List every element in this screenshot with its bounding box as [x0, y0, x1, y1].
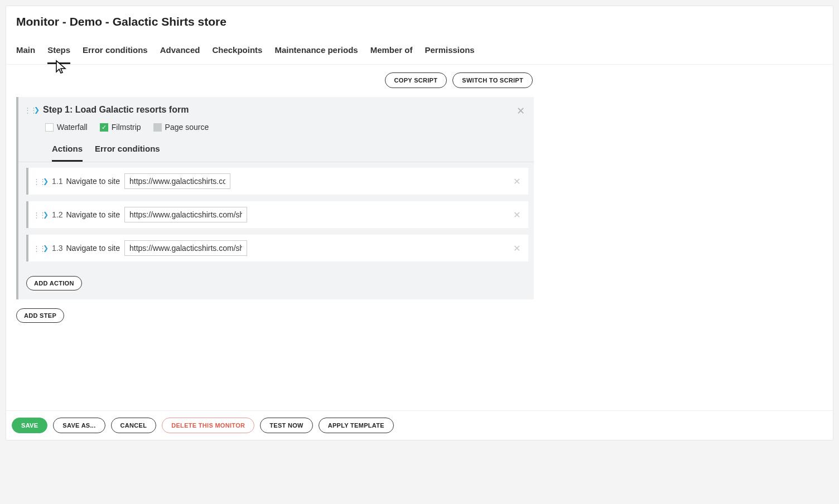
drag-handle-icon[interactable]: ⋮⋮	[33, 245, 40, 252]
url-input[interactable]	[124, 173, 230, 189]
add-action-wrap: ADD ACTION	[18, 276, 534, 299]
tab-maintenance-periods[interactable]: Maintenance periods	[274, 38, 358, 64]
main-tabs: Main Steps Error conditions Advanced Che…	[6, 38, 833, 65]
tab-advanced[interactable]: Advanced	[160, 38, 200, 64]
tab-checkpoints[interactable]: Checkpoints	[212, 38, 262, 64]
action-number: 1.2	[52, 210, 62, 219]
checkbox-checked-icon: ✓	[100, 123, 108, 132]
footer: SAVE SAVE AS... CANCEL DELETE THIS MONIT…	[6, 410, 833, 440]
switch-to-script-button[interactable]: SWITCH TO SCRIPT	[452, 72, 533, 88]
drag-handle-icon[interactable]: ⋮⋮	[33, 178, 40, 185]
content-area: COPY SCRIPT SWITCH TO SCRIPT ⋮⋮ ❯ Step 1…	[6, 65, 833, 334]
close-step-icon[interactable]: ✕	[517, 105, 525, 117]
top-buttons: COPY SCRIPT SWITCH TO SCRIPT	[16, 72, 823, 88]
drag-handle-icon[interactable]: ⋮⋮	[33, 211, 40, 219]
tab-error-conditions[interactable]: Error conditions	[83, 38, 148, 64]
page-source-label: Page source	[165, 123, 209, 132]
save-as-button[interactable]: SAVE AS...	[53, 418, 105, 433]
close-action-icon[interactable]: ✕	[513, 243, 520, 254]
action-label: Navigate to site	[66, 244, 120, 253]
waterfall-checkbox[interactable]: Waterfall	[45, 123, 88, 132]
tab-member-of[interactable]: Member of	[370, 38, 413, 64]
checkbox-icon	[153, 123, 162, 132]
delete-monitor-button[interactable]: DELETE THIS MONITOR	[162, 418, 254, 433]
page-source-checkbox[interactable]: Page source	[153, 123, 209, 132]
action-label: Navigate to site	[66, 210, 120, 219]
close-action-icon[interactable]: ✕	[513, 210, 520, 220]
test-now-button[interactable]: TEST NOW	[260, 418, 312, 433]
waterfall-label: Waterfall	[57, 123, 88, 132]
action-row: ⋮⋮ ❯ 1.1 Navigate to site ✕	[26, 168, 528, 195]
step-title: Step 1: Load Galactic resorts form	[43, 105, 189, 115]
action-number: 1.1	[52, 177, 62, 186]
cancel-button[interactable]: CANCEL	[111, 418, 157, 433]
step-sub-tabs: Actions Error conditions	[18, 138, 534, 162]
add-step-button[interactable]: ADD STEP	[16, 308, 64, 323]
url-input[interactable]	[124, 207, 247, 222]
drag-handle-icon[interactable]: ⋮⋮	[24, 106, 31, 114]
action-number: 1.3	[52, 244, 62, 253]
chevron-right-icon[interactable]: ❯	[34, 106, 40, 114]
copy-script-button[interactable]: COPY SCRIPT	[385, 72, 447, 88]
sub-tab-actions[interactable]: Actions	[52, 138, 83, 162]
actions-list: ⋮⋮ ❯ 1.1 Navigate to site ✕ ⋮⋮ ❯ 1.2 Nav…	[18, 162, 534, 276]
tab-steps[interactable]: Steps	[47, 38, 70, 64]
chevron-right-icon[interactable]: ❯	[43, 177, 49, 185]
save-button[interactable]: SAVE	[12, 418, 47, 433]
step-options: Waterfall ✓ Filmstrip Page source	[18, 119, 534, 138]
tab-permissions[interactable]: Permissions	[425, 38, 474, 64]
page-title: Monitor - Demo - Galactic Shirts store	[6, 6, 833, 38]
filmstrip-checkbox[interactable]: ✓ Filmstrip	[100, 123, 141, 132]
chevron-right-icon[interactable]: ❯	[43, 211, 49, 219]
tab-main[interactable]: Main	[16, 38, 35, 64]
action-row: ⋮⋮ ❯ 1.2 Navigate to site ✕	[26, 201, 528, 228]
apply-template-button[interactable]: APPLY TEMPLATE	[319, 418, 394, 433]
sub-tab-error-conditions[interactable]: Error conditions	[95, 138, 160, 162]
url-input[interactable]	[124, 240, 247, 256]
step-header: ⋮⋮ ❯ Step 1: Load Galactic resorts form …	[18, 97, 534, 119]
chevron-right-icon[interactable]: ❯	[43, 244, 49, 252]
close-action-icon[interactable]: ✕	[513, 176, 520, 187]
checkbox-icon	[45, 123, 54, 132]
action-row: ⋮⋮ ❯ 1.3 Navigate to site ✕	[26, 235, 528, 261]
editor-page: Monitor - Demo - Galactic Shirts store M…	[6, 6, 833, 440]
filmstrip-label: Filmstrip	[112, 123, 141, 132]
add-action-button[interactable]: ADD ACTION	[26, 276, 82, 290]
action-label: Navigate to site	[66, 177, 120, 186]
step-1-block: ⋮⋮ ❯ Step 1: Load Galactic resorts form …	[16, 97, 534, 299]
